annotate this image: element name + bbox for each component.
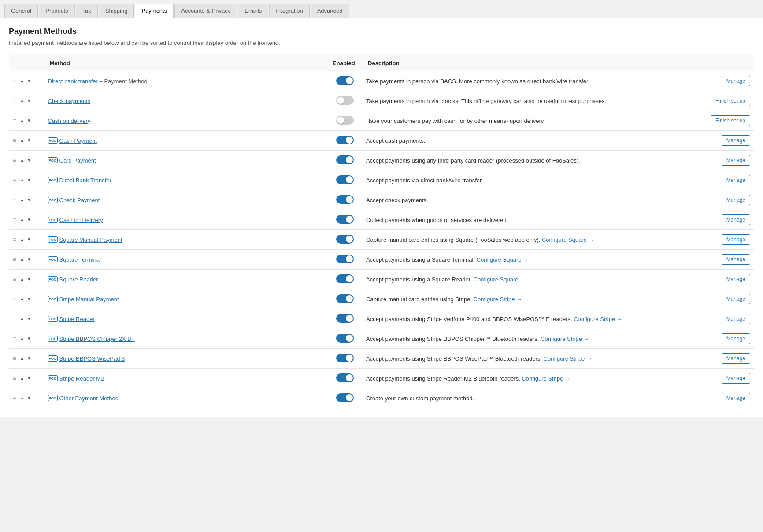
toggle-slider[interactable] [336,96,354,105]
move-down-button[interactable]: ▼ [26,376,32,381]
move-down-button[interactable]: ▼ [26,197,32,203]
method-name-link[interactable]: Square Terminal [59,256,101,263]
move-up-button[interactable]: ▲ [19,356,25,361]
move-down-button[interactable]: ▼ [26,158,32,163]
tab-tax[interactable]: Tax [76,4,98,18]
manage-button[interactable]: Manage [722,373,750,384]
manage-button[interactable]: Manage [722,314,750,324]
drag-icon[interactable]: ≡ [13,216,16,223]
toggle-switch[interactable] [336,96,354,105]
move-down-button[interactable]: ▼ [26,277,32,282]
manage-button[interactable]: Manage [722,353,750,364]
method-name-link[interactable]: Cash Payment [59,137,97,144]
move-down-button[interactable]: ▼ [26,177,32,183]
method-name-link[interactable]: Cash on Delivery [59,217,103,223]
method-name-link[interactable]: Direct bank transfer – Payment Method [48,78,148,85]
method-name-link[interactable]: Stripe BBPOS WisePad 3 [59,355,125,362]
toggle-switch[interactable] [336,116,354,125]
toggle-slider[interactable] [336,334,354,343]
method-name-link[interactable]: Stripe Reader [59,316,95,322]
drag-icon[interactable]: ≡ [13,236,16,243]
configure-link[interactable]: Configure Stripe → [544,355,593,362]
drag-icon[interactable]: ≡ [13,117,16,124]
move-down-button[interactable]: ▼ [26,336,32,341]
toggle-switch[interactable] [336,215,354,224]
manage-button[interactable]: Manage [722,274,750,284]
drag-icon[interactable]: ≡ [13,395,16,402]
move-up-button[interactable]: ▲ [19,197,25,203]
toggle-slider[interactable] [336,255,354,263]
toggle-switch[interactable] [336,76,354,85]
drag-icon[interactable]: ≡ [13,137,16,144]
drag-icon[interactable]: ≡ [13,196,16,203]
drag-icon[interactable]: ≡ [13,256,16,263]
toggle-slider[interactable] [336,235,354,244]
method-name-link[interactable]: Check payments [48,98,91,104]
toggle-switch[interactable] [336,373,354,382]
move-up-button[interactable]: ▲ [19,98,25,103]
tab-shipping[interactable]: Shipping [99,4,134,18]
method-name-link[interactable]: Stripe BBPOS Chipper 2X BT [59,336,135,342]
move-up-button[interactable]: ▲ [19,158,25,163]
move-up-button[interactable]: ▲ [19,376,25,381]
tab-products[interactable]: Products [39,4,74,18]
finish-setup-button[interactable]: Finish set up [711,96,750,106]
manage-button[interactable]: Manage [722,195,750,205]
manage-button[interactable]: Manage [722,135,750,146]
toggle-switch[interactable] [336,314,354,323]
method-name-link[interactable]: Check Payment [59,197,100,203]
tab-integration[interactable]: Integration [269,4,309,18]
toggle-switch[interactable] [336,354,354,362]
tab-emails[interactable]: Emails [238,4,268,18]
move-down-button[interactable]: ▼ [26,138,32,143]
configure-link[interactable]: Configure Stripe → [522,375,570,382]
toggle-slider[interactable] [336,274,354,283]
manage-button[interactable]: Manage [722,76,750,86]
move-up-button[interactable]: ▲ [19,217,25,222]
toggle-switch[interactable] [336,334,354,343]
drag-icon[interactable]: ≡ [13,375,16,382]
toggle-switch[interactable] [336,235,354,244]
manage-button[interactable]: Manage [722,214,750,225]
manage-button[interactable]: Manage [722,155,750,166]
toggle-slider[interactable] [336,155,354,164]
move-down-button[interactable]: ▼ [26,257,32,262]
method-name-link[interactable]: Square Reader [59,276,98,283]
configure-link[interactable]: Configure Square → [477,256,529,263]
move-up-button[interactable]: ▲ [19,336,25,341]
manage-button[interactable]: Manage [722,393,750,403]
method-name-link[interactable]: Stripe Manual Payment [59,296,119,303]
configure-link[interactable]: Configure Stripe → [474,296,522,303]
toggle-slider[interactable] [336,76,354,85]
toggle-slider[interactable] [336,373,354,382]
drag-icon[interactable]: ≡ [13,355,16,362]
finish-setup-button[interactable]: Finish set up [711,115,750,126]
manage-button[interactable]: Manage [722,294,750,304]
move-down-button[interactable]: ▼ [26,316,32,321]
toggle-slider[interactable] [336,175,354,184]
toggle-slider[interactable] [336,195,354,204]
move-down-button[interactable]: ▼ [26,78,32,84]
drag-icon[interactable]: ≡ [13,177,16,184]
drag-icon[interactable]: ≡ [13,97,16,104]
move-up-button[interactable]: ▲ [19,296,25,302]
move-up-button[interactable]: ▲ [19,78,25,84]
toggle-switch[interactable] [336,255,354,263]
move-down-button[interactable]: ▼ [26,296,32,302]
drag-icon[interactable]: ≡ [13,296,16,303]
drag-icon[interactable]: ≡ [13,78,16,85]
configure-link[interactable]: Configure Square → [474,276,526,283]
move-down-button[interactable]: ▼ [26,395,32,401]
move-up-button[interactable]: ▲ [19,138,25,143]
toggle-switch[interactable] [336,195,354,204]
method-name-link[interactable]: Stripe Reader M2 [59,375,104,382]
configure-link[interactable]: Configure Stripe → [574,316,622,322]
move-up-button[interactable]: ▲ [19,395,25,401]
toggle-switch[interactable] [336,155,354,164]
manage-button[interactable]: Manage [722,234,750,245]
toggle-slider[interactable] [336,215,354,224]
move-down-button[interactable]: ▼ [26,98,32,103]
drag-icon[interactable]: ≡ [13,335,16,342]
tab-general[interactable]: General [4,4,38,18]
method-name-link[interactable]: Other Payment Method [59,395,119,402]
